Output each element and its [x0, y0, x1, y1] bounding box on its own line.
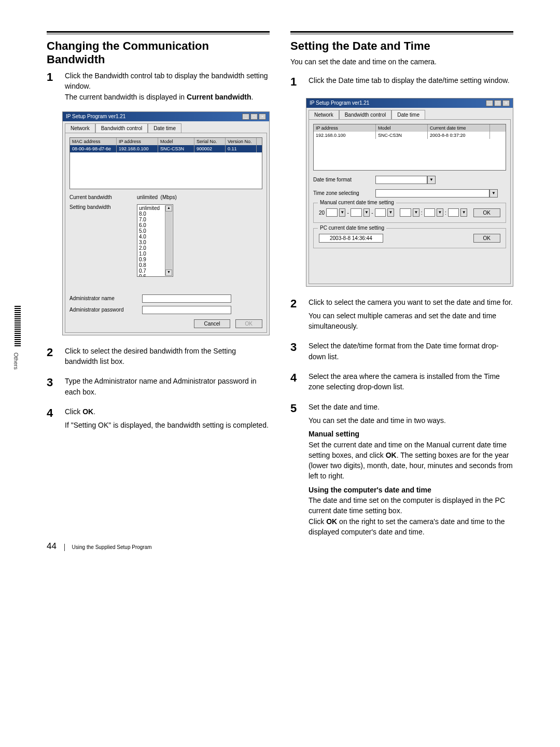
timezone-label: Time zone selecting	[313, 190, 375, 196]
computer-text: on the right to set the camera's date an…	[309, 517, 505, 536]
grid-cell: SNC-CS3N	[376, 132, 428, 139]
tab-bandwidth: Bandwidth control	[339, 110, 392, 119]
step-text: Click to select the camera you want to s…	[309, 298, 513, 306]
list-item: 7.0	[138, 217, 165, 222]
scroll-up-icon: ▲	[165, 205, 172, 212]
list-item: 0.8	[138, 262, 165, 268]
step-number: 3	[290, 341, 301, 362]
list-item: 0.7	[138, 268, 165, 274]
ok-button: OK	[473, 234, 500, 243]
right-column: Setting the Date and Time You can set th…	[290, 31, 513, 546]
datetime-format-dropdown	[375, 176, 427, 184]
step-text: Select the area where the camera is inst…	[309, 371, 513, 392]
tab-datetime: Date time	[148, 123, 181, 133]
left-step-1: 1 Click the Bandwidth control tab to dis…	[47, 71, 270, 102]
tab-datetime: Date time	[391, 110, 425, 119]
barcode-decoration	[15, 306, 21, 347]
step-subtext: You can set the date and time in two way…	[309, 415, 513, 426]
minute-field	[424, 208, 436, 217]
grid-cell: SNC-CS3N	[158, 145, 194, 152]
step-number: 1	[290, 75, 301, 89]
datetime-screenshot: IP Setup Program ver1.21 _ □ × Network B…	[306, 98, 513, 287]
step-number: 2	[47, 346, 57, 367]
maximize-icon: □	[250, 114, 258, 120]
chevron-down-icon: ▼	[363, 208, 370, 217]
manual-heading: Manual setting	[309, 430, 359, 438]
manual-legend: Manual current date time setting	[318, 200, 396, 205]
tab-network: Network	[65, 123, 95, 133]
window-titlebar: IP Setup Program ver1.21 _ □ ×	[306, 98, 513, 108]
right-step-1: 1 Click the Date time tab to display the…	[290, 75, 513, 89]
page-content: Changing the Communication Bandwidth 1 C…	[0, 0, 560, 567]
list-item: 8.0	[138, 211, 165, 217]
right-intro: You can set the date and time on the cam…	[290, 57, 513, 67]
page-number: 44	[47, 541, 57, 551]
hour-field	[400, 208, 411, 217]
chevron-down-icon: ▼	[427, 176, 436, 184]
pc-datetime-value: 2003-8-8 14:36:44	[319, 234, 383, 243]
step-number: 4	[47, 406, 57, 431]
admin-name-input	[142, 294, 231, 303]
step-subtext: You can select multiple cameras and set …	[309, 311, 513, 332]
datetime-format-label: Date time format	[313, 177, 375, 182]
chevron-down-icon: ▼	[437, 208, 443, 217]
admin-password-label: Administrator password	[69, 307, 142, 313]
ok-button: OK	[473, 208, 500, 217]
computer-text-bold: OK	[326, 517, 337, 526]
minimize-icon: _	[486, 100, 493, 106]
grid-header: Model	[158, 138, 194, 145]
minimize-icon: _	[242, 114, 249, 120]
list-item: 0.6	[138, 274, 165, 277]
computer-text: Click	[309, 517, 326, 526]
step-text-bold: OK	[82, 407, 93, 416]
left-step-4: 4 Click OK. If "Setting OK" is displayed…	[47, 406, 270, 431]
ok-button: OK	[235, 319, 262, 328]
grid-header: Serial No.	[194, 138, 226, 145]
grid-cell: 08-00-46-98-d7-6e	[70, 145, 117, 152]
bandwidth-screenshot: IP Setup Program ver1.21 _ □ × Network B…	[62, 111, 270, 335]
computer-heading: Using the computer's date and time	[309, 486, 431, 494]
current-bandwidth-unit: (Mbps)	[161, 194, 177, 200]
scroll-down-icon: ▼	[165, 270, 172, 276]
camera-grid: MAC address IP address Model Serial No. …	[69, 137, 262, 189]
step-text-bold: Current bandwidth	[187, 93, 251, 101]
grid-cell: 192.168.0.100	[117, 145, 158, 152]
second-field	[448, 208, 459, 217]
right-step-2: 2 Click to select the camera you want to…	[290, 297, 513, 332]
date-field	[375, 208, 386, 217]
left-step-3: 3 Type the Administrator name and Admini…	[47, 376, 270, 397]
chevron-down-icon: ▼	[387, 208, 394, 217]
grid-header: IP address	[117, 138, 158, 145]
right-step-3: 3 Select the date/time format from the D…	[290, 341, 513, 362]
pc-legend: PC current date time setting	[318, 225, 386, 231]
year-prefix: 20	[319, 210, 325, 216]
tab-bandwidth: Bandwidth control	[95, 123, 148, 133]
window-title: IP Setup Program ver1.21	[66, 114, 125, 119]
grid-cell: 0.11	[226, 145, 257, 152]
chevron-down-icon: ▼	[460, 208, 467, 217]
grid-header: Current date time	[428, 124, 490, 132]
step-text: Click the Date time tab to display the d…	[309, 75, 513, 89]
list-item: unlimited	[138, 205, 165, 211]
cancel-button: Cancel	[194, 319, 230, 328]
step-text: Click the Bandwidth control tab to displ…	[65, 72, 268, 90]
close-icon: ×	[502, 100, 510, 106]
admin-password-input	[142, 306, 231, 314]
step-number: 5	[290, 402, 301, 538]
current-bandwidth-value: unlimited	[137, 194, 158, 200]
step-number: 2	[290, 297, 301, 332]
manual-setting-fieldset: Manual current date time setting 20 ▼- ▼…	[313, 203, 506, 223]
admin-name-label: Administrator name	[69, 295, 142, 301]
step-number: 3	[47, 376, 57, 397]
computer-text: The date and time set on the computer is…	[309, 495, 513, 516]
right-step-5: 5 Set the date and time. You can set the…	[290, 402, 513, 538]
grid-header: IP address	[314, 124, 376, 132]
setting-bandwidth-label: Setting bandwidth	[69, 204, 137, 210]
year-field	[326, 208, 338, 217]
left-column: Changing the Communication Bandwidth 1 C…	[47, 31, 270, 546]
list-item: 6.0	[138, 222, 165, 228]
grid-header: Version No.	[226, 138, 257, 145]
left-step-2: 2 Click to select the desired bandwidth …	[47, 346, 270, 367]
maximize-icon: □	[494, 100, 501, 106]
grid-cell: 900002	[194, 145, 226, 152]
